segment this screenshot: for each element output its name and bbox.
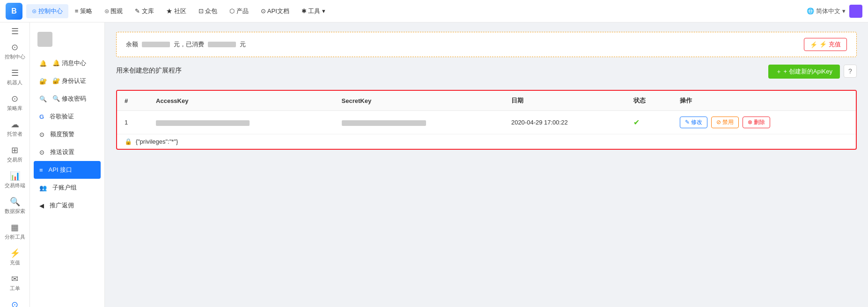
top-nav-items: ⊙ 控制中心 ≡ 策略 ⊙ 围观 ✎ 文库 ★ 社区 ⊡ 众包 ⬡ 产品 ⊙ A… [26,4,807,18]
balance-amount-mask [142,42,170,47]
exchange-icon: ⊞ [11,145,18,155]
create-api-button[interactable]: ＋ + 创建新的ApiKey [768,65,840,79]
sidebar-item-terminal[interactable]: 📊 交易终端 [0,167,29,193]
subaccounts-icon: 👥 [39,184,47,191]
disable-button[interactable]: ⊘ 禁用 [711,117,739,128]
second-sidebar-referral[interactable]: ◀ 推广返佣 [30,197,104,214]
privileges-cell: 🔒 {"privileges":"*"} [117,134,856,149]
top-actions: ＋ + 创建新的ApiKey ? [768,65,857,79]
plus-icon: ＋ [776,67,782,76]
analytics-icon: ▦ [11,222,19,233]
col-header-date: 日期 [504,91,626,111]
control-center-icon: ⊙ [11,42,18,52]
nav-item-library[interactable]: ✎ 文库 [129,4,160,18]
row-actions: ✎ 修改 ⊘ 禁用 ⊗ 删除 [672,111,856,134]
sidebar-label-custodian: 托管者 [7,131,22,138]
table-row: 1 2020-04-29 17:00:22 ✔ [117,111,856,134]
top-nav-right: 🌐 简体中文 ▾ [807,5,862,18]
help-button[interactable]: ? [844,65,857,78]
second-sidebar: 🔔 🔔 消息中心 🔐 🔐 身份认证 🔍 🔍 修改密码 G 谷歌验证 ⊙ 额度预警… [30,22,105,307]
sidebar-item-account[interactable]: ⊙ 账号设置 [0,296,29,307]
second-sidebar-password[interactable]: 🔍 🔍 修改密码 [30,90,104,108]
sidebar-label-strategy: 策略库 [7,105,22,112]
nav-item-observe[interactable]: ⊙ 围观 [99,4,129,18]
sidebar-label-data-explore: 数据探索 [5,208,25,215]
sidebar-label-terminal: 交易终端 [5,182,25,189]
row-access-key [148,111,334,134]
sidebar-label-robots: 机器人 [7,79,22,86]
balance-bar: 余额 元，已消费 元 ⚡ ⚡ 充值 [116,32,857,57]
secret-key-mask [342,120,426,126]
nav-item-product[interactable]: ⬡ 产品 [224,4,254,18]
recharge-icon: ⚡ [10,248,20,258]
sidebar-item-robots[interactable]: ☰ 机器人 [0,64,29,90]
logo[interactable]: B [6,3,22,20]
charge-icon: ⚡ [810,41,817,48]
nav-item-tools[interactable]: ✱ 工具 ▾ [296,4,331,18]
robots-icon: ☰ [11,68,19,78]
lock-icon: 🔒 [125,138,132,145]
user-avatar[interactable] [849,5,862,18]
data-explore-icon: 🔍 [10,197,20,207]
language-selector[interactable]: 🌐 简体中文 ▾ [807,7,846,15]
nav-item-community[interactable]: ★ 社区 [161,4,192,18]
second-sidebar-api[interactable]: ≡ API 接口 [34,161,101,179]
icon-sidebar: ☰ ⊙ 控制中心 ☰ 机器人 ⊙ 策略库 ☁ 托管者 ⊞ 交易所 📊 交易终端 … [0,22,30,307]
sidebar-item-analytics[interactable]: ▦ 分析工具 [0,219,29,244]
main-layout: ☰ ⊙ 控制中心 ☰ 机器人 ⊙ 策略库 ☁ 托管者 ⊞ 交易所 📊 交易终端 … [0,22,868,307]
sidebar-item-recharge[interactable]: ⚡ 充值 [0,244,29,270]
quota-icon: ⊙ [39,131,44,138]
second-sidebar-push-settings[interactable]: ⊙ 推送设置 [30,143,104,161]
terminal-icon: 📊 [10,171,20,181]
delete-button[interactable]: ⊗ 删除 [743,117,770,128]
sidebar-item-control-center[interactable]: ⊙ 控制中心 [0,38,29,64]
custodian-icon: ☁ [11,119,19,130]
sidebar-label-recharge: 充值 [10,259,20,266]
second-sidebar-avatar [37,32,52,47]
sidebar-item-custodian[interactable]: ☁ 托管者 [0,116,29,141]
row-date: 2020-04-29 17:00:22 [504,111,626,134]
balance-text: 余额 元，已消费 元 [126,40,246,49]
sidebar-item-exchange[interactable]: ⊞ 交易所 [0,141,29,167]
delete-icon: ⊗ [748,119,752,125]
push-icon: ⊙ [39,149,44,156]
col-header-actions: 操作 [672,91,856,111]
col-header-num: # [117,91,148,111]
col-header-status: 状态 [626,91,672,111]
account-icon: ⊙ [11,300,18,307]
sidebar-label-control-center: 控制中心 [5,53,25,60]
second-sidebar-quota-alert[interactable]: ⊙ 额度预警 [30,125,104,143]
charge-button[interactable]: ⚡ ⚡ 充值 [804,38,847,51]
sidebar-item-data-explore[interactable]: 🔍 数据探索 [0,193,29,219]
main-content: 余额 元，已消费 元 ⚡ ⚡ 充值 用来创建您的扩展程序 ＋ + 创建新的Api… [105,22,868,307]
access-key-mask [156,120,250,126]
referral2-icon: ◀ [39,202,44,209]
edit-button[interactable]: ✎ 修改 [680,117,707,128]
second-sidebar-subaccounts[interactable]: 👥 子账户组 [30,179,104,197]
second-sidebar-google-auth[interactable]: G 谷歌验证 [30,108,104,125]
status-ok-icon: ✔ [633,118,640,126]
nav-item-crowdsource[interactable]: ⊡ 众包 [193,4,223,18]
ticket-icon: ✉ [11,274,18,284]
password-icon: 🔍 [39,95,47,102]
col-header-secret-key: SecretKey [334,91,504,111]
nav-item-control-center[interactable]: ⊙ 控制中心 [26,4,68,18]
sidebar-menu-icon[interactable]: ☰ [6,26,24,37]
sidebar-label-analytics: 分析工具 [5,234,25,241]
nav-item-api-docs[interactable]: ⊙ API文档 [255,4,295,18]
api-icon: ≡ [39,167,43,174]
second-sidebar-messages[interactable]: 🔔 🔔 消息中心 [30,54,104,72]
api-table: # AccessKey SecretKey 日期 状态 操作 1 [117,91,856,149]
balance-consumed-mask [208,42,236,47]
nav-item-strategy[interactable]: ≡ 策略 [69,4,98,18]
disable-icon: ⊘ [716,119,721,125]
sidebar-item-strategy[interactable]: ⊙ 策略库 [0,90,29,116]
row-status: ✔ [626,111,672,134]
google-icon: G [39,113,44,120]
second-sidebar-header [30,28,104,51]
sidebar-item-ticket[interactable]: ✉ 工单 [0,270,29,296]
privileges-row: 🔒 {"privileges":"*"} [117,134,856,149]
edit-icon: ✎ [685,119,690,125]
second-sidebar-identity[interactable]: 🔐 🔐 身份认证 [30,72,104,90]
messages-icon: 🔔 [39,60,47,67]
